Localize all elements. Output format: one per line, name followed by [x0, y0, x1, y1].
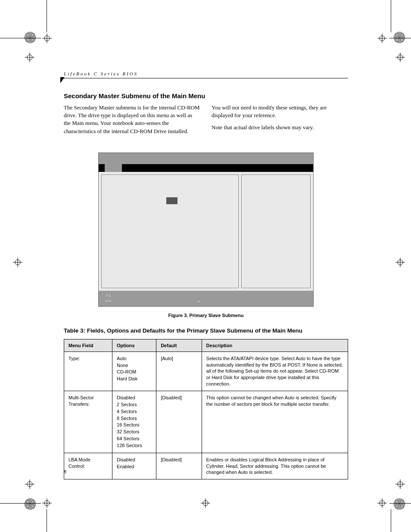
cell-options: Auto None CD-ROM Hard Disk: [112, 352, 156, 391]
bios-screenshot: ↑↓ ←→ ↙: [98, 152, 314, 307]
page-content: LifeBook C Series BIOS Secondary Master …: [64, 71, 348, 479]
registration-mark: [42, 498, 52, 508]
table-row: LBA Mode Control: Disabled Enabled [Disa…: [64, 453, 348, 479]
registration-mark: [395, 479, 405, 489]
running-header: LifeBook C Series BIOS: [64, 71, 348, 78]
crop-mark-swirl: [24, 498, 37, 510]
table-row: Type: Auto None CD-ROM Hard Disk [Auto] …: [64, 352, 348, 391]
bios-menubar: [99, 164, 313, 172]
table-title: Table 3: Fields, Options and Defaults fo…: [64, 327, 348, 334]
bios-nav-arrows-horiz: ←→: [106, 298, 111, 304]
body-paragraph: You will not need to modify these settin…: [212, 104, 348, 119]
option-item: CD-ROM: [117, 369, 152, 375]
cell-default: [Disabled]: [156, 453, 202, 479]
fields-table: Menu Field Options Default Description T…: [64, 339, 348, 480]
option-item: 2 Sectors: [117, 401, 152, 408]
registration-mark: [25, 479, 34, 489]
cell-default: [Disabled]: [156, 391, 202, 453]
crop-line: [391, 509, 391, 532]
registration-mark: [395, 53, 405, 62]
bios-help-pane: [241, 174, 311, 288]
cell-options: Disabled Enabled: [112, 453, 156, 479]
crop-mark-swirl: [393, 31, 406, 44]
column-left: The Secondary Master submenu is for the …: [64, 104, 200, 140]
crop-line: [47, 0, 47, 32]
cell-options: Disabled 2 Sectors 4 Sectors 8 Sectors 1…: [112, 391, 156, 453]
option-item: 8 Sectors: [117, 415, 152, 422]
crop-line: [47, 509, 47, 532]
option-item: 4 Sectors: [117, 408, 152, 415]
cell-description: Selects the ATA/ATAPI device type. Selec…: [202, 352, 348, 391]
crop-mark-swirl: [393, 498, 406, 510]
cell-menu: Type:: [64, 352, 112, 391]
page-number: 8: [64, 469, 66, 475]
figure-caption: Figure 3. Primary Slave Submenu: [64, 313, 348, 318]
option-item: Hard Disk: [117, 376, 152, 382]
bios-body: [99, 172, 313, 291]
table-header-row: Menu Field Options Default Description: [64, 339, 348, 352]
crop-mark-swirl: [24, 31, 37, 44]
bios-titlebar: [99, 153, 313, 164]
two-column-body: The Secondary Master submenu is for the …: [64, 104, 348, 140]
option-item: None: [117, 362, 152, 369]
col-header-description: Description: [202, 339, 348, 352]
cell-description: Enables or disables Logical Block Addres…: [202, 453, 348, 479]
option-item: Auto: [117, 355, 152, 362]
table-row: Multi-Sector Transfers: Disabled 2 Secto…: [64, 391, 348, 453]
section-title: Secondary Master Submenu of the Main Men…: [64, 92, 348, 100]
bios-highlight: [166, 197, 177, 204]
crop-line: [389, 38, 411, 38]
registration-mark: [13, 258, 22, 267]
option-item: 128 Sectors: [117, 442, 152, 449]
crop-line: [0, 503, 41, 504]
crop-line: [0, 38, 41, 38]
crop-line: [391, 0, 391, 32]
option-item: 16 Sectors: [117, 422, 152, 428]
option-item: 32 Sectors: [117, 429, 152, 435]
registration-mark: [42, 34, 52, 43]
cell-menu: LBA Mode Control:: [64, 453, 112, 479]
column-right: You will not need to modify these settin…: [212, 104, 348, 140]
bios-menu-selected: [105, 164, 122, 172]
bios-nav-arrows-vert: ↑↓: [106, 292, 111, 298]
tab-wedge-icon: [60, 77, 65, 83]
option-item: 64 Sectors: [117, 436, 152, 442]
registration-mark: [395, 258, 405, 267]
cell-menu: Multi-Sector Transfers:: [64, 391, 112, 453]
bios-footer: ↑↓ ←→ ↙: [99, 291, 313, 306]
col-header-menu: Menu Field: [64, 339, 112, 352]
option-item: Enabled: [117, 464, 152, 470]
bios-nav-enter: ↙: [197, 298, 200, 304]
registration-mark: [25, 53, 34, 62]
body-paragraph: The Secondary Master submenu is for the …: [64, 104, 200, 135]
option-item: Disabled: [117, 457, 152, 463]
crop-line: [389, 503, 411, 504]
cell-default: [Auto]: [156, 352, 202, 391]
registration-mark: [201, 498, 210, 508]
body-paragraph: Note that actual drive labels shown may …: [212, 124, 348, 131]
registration-mark: [377, 34, 387, 43]
col-header-default: Default: [156, 339, 202, 352]
registration-mark: [377, 498, 387, 508]
bios-left-pane: [101, 174, 239, 288]
cell-description: This option cannot be changed when Auto …: [202, 391, 348, 453]
option-item: Disabled: [117, 395, 152, 401]
col-header-options: Options: [112, 339, 156, 352]
